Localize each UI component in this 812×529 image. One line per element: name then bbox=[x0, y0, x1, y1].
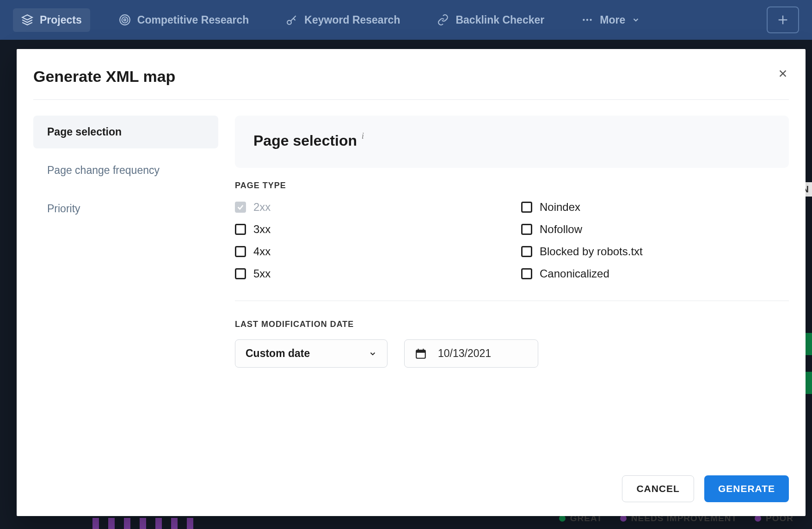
checkbox-icon bbox=[235, 202, 246, 213]
checkbox-blocked-robots[interactable]: Blocked by robots.txt bbox=[521, 245, 789, 258]
checkbox-2xx: 2xx bbox=[235, 201, 503, 214]
checkbox-3xx[interactable]: 3xx bbox=[235, 223, 503, 236]
date-value: 10/13/2021 bbox=[438, 347, 491, 360]
checkbox-icon bbox=[235, 268, 246, 279]
page-type-grid: 2xx 3xx 4xx 5xx bbox=[235, 201, 789, 280]
link-icon bbox=[437, 14, 449, 26]
nav-label: Backlink Checker bbox=[455, 14, 544, 26]
nav-more[interactable]: More bbox=[573, 8, 648, 32]
close-icon bbox=[778, 68, 788, 79]
modal-body: Page selection Page change frequency Pri… bbox=[33, 116, 789, 502]
nav-label: Keyword Research bbox=[304, 14, 400, 26]
modal-header: Generate XML map bbox=[33, 68, 789, 100]
modal-title: Generate XML map bbox=[33, 68, 175, 86]
chevron-down-icon bbox=[369, 350, 377, 358]
svg-point-3 bbox=[124, 19, 126, 21]
nav-keyword[interactable]: Keyword Research bbox=[277, 8, 408, 32]
plus-icon bbox=[776, 13, 789, 26]
nav-backlink[interactable]: Backlink Checker bbox=[429, 8, 553, 32]
modal-sidebar: Page selection Page change frequency Pri… bbox=[33, 116, 218, 502]
nav-label: Competitive Research bbox=[137, 14, 249, 26]
last-mod-label: LAST MODIFICATION DATE bbox=[235, 320, 789, 329]
date-row: Custom date 10/13/2021 bbox=[235, 339, 789, 368]
checkbox-icon bbox=[235, 246, 246, 257]
checkbox-canonicalized[interactable]: Canonicalized bbox=[521, 267, 789, 280]
svg-point-4 bbox=[288, 20, 292, 25]
info-icon[interactable]: i bbox=[362, 131, 364, 141]
checkbox-label: Nofollow bbox=[540, 223, 582, 236]
close-button[interactable] bbox=[777, 68, 789, 80]
dots-icon bbox=[581, 14, 593, 26]
checkbox-4xx[interactable]: 4xx bbox=[235, 245, 503, 258]
date-input[interactable]: 10/13/2021 bbox=[404, 339, 538, 368]
cancel-button[interactable]: CANCEL bbox=[622, 475, 694, 502]
sidebar-item-page-selection[interactable]: Page selection bbox=[33, 116, 218, 148]
bar bbox=[155, 518, 162, 529]
svg-marker-0 bbox=[22, 15, 32, 20]
checkbox-label: 3xx bbox=[253, 223, 271, 236]
bar bbox=[92, 518, 99, 529]
checkbox-icon bbox=[521, 268, 532, 279]
checkbox-label: Blocked by robots.txt bbox=[540, 245, 643, 258]
svg-line-6 bbox=[294, 18, 295, 20]
bar bbox=[187, 518, 193, 529]
top-nav: Projects Competitive Research Keyword Re… bbox=[0, 0, 812, 40]
checkbox-5xx[interactable]: 5xx bbox=[235, 267, 503, 280]
divider bbox=[235, 301, 789, 301]
checkbox-icon bbox=[235, 224, 246, 235]
chart-bars bbox=[92, 515, 193, 529]
checkbox-label: 5xx bbox=[253, 267, 271, 280]
checkbox-label: 2xx bbox=[253, 201, 271, 214]
bar bbox=[108, 518, 115, 529]
bar bbox=[140, 518, 146, 529]
nav-label: More bbox=[600, 14, 625, 26]
checkbox-label: 4xx bbox=[253, 245, 271, 258]
select-value: Custom date bbox=[246, 347, 310, 360]
sidebar-item-label: Page selection bbox=[47, 126, 122, 138]
checkbox-icon bbox=[521, 224, 532, 235]
svg-point-2 bbox=[122, 17, 128, 23]
checkbox-label: Noindex bbox=[540, 201, 580, 214]
svg-point-7 bbox=[583, 19, 584, 21]
bar bbox=[171, 518, 178, 529]
checkbox-noindex[interactable]: Noindex bbox=[521, 201, 789, 214]
date-mode-select[interactable]: Custom date bbox=[235, 339, 388, 368]
key-icon bbox=[286, 14, 298, 26]
checkbox-label: Canonicalized bbox=[540, 267, 609, 280]
nav-projects[interactable]: Projects bbox=[13, 8, 90, 32]
sidebar-item-label: Priority bbox=[47, 203, 80, 215]
target-icon bbox=[119, 14, 131, 26]
svg-rect-15 bbox=[416, 350, 425, 352]
checkbox-icon bbox=[521, 246, 532, 257]
checkbox-icon bbox=[521, 202, 532, 213]
section-title: Page selection bbox=[253, 132, 357, 149]
svg-point-9 bbox=[590, 19, 592, 21]
calendar-icon bbox=[415, 348, 427, 360]
bar bbox=[124, 518, 130, 529]
page-type-label: PAGE TYPE bbox=[235, 181, 789, 191]
dot-icon bbox=[559, 515, 566, 522]
sidebar-item-priority[interactable]: Priority bbox=[33, 192, 218, 225]
nav-label: Projects bbox=[40, 14, 82, 26]
checkbox-nofollow[interactable]: Nofollow bbox=[521, 223, 789, 236]
sidebar-item-page-frequency[interactable]: Page change frequency bbox=[33, 154, 218, 187]
modal-main: Page selection i PAGE TYPE 2xx 3xx bbox=[218, 116, 789, 502]
svg-point-8 bbox=[586, 19, 588, 21]
generate-button[interactable]: GENERATE bbox=[704, 475, 789, 502]
dot-icon bbox=[755, 515, 761, 522]
modal-footer: CANCEL GENERATE bbox=[235, 475, 789, 502]
generate-xml-modal: Generate XML map Page selection Page cha… bbox=[17, 49, 806, 516]
sidebar-item-label: Page change frequency bbox=[47, 164, 160, 176]
layers-icon bbox=[21, 14, 33, 26]
section-header: Page selection i bbox=[235, 116, 789, 168]
dot-icon bbox=[620, 515, 627, 522]
nav-competitive[interactable]: Competitive Research bbox=[111, 8, 258, 32]
add-button[interactable] bbox=[767, 6, 799, 33]
chevron-down-icon bbox=[632, 16, 640, 24]
